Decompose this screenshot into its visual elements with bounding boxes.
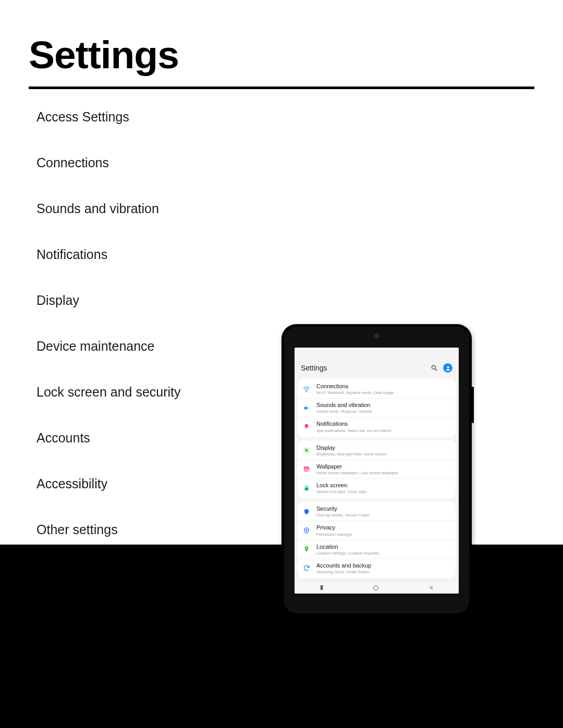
sun-icon	[302, 446, 311, 455]
nav-back-icon[interactable]: <	[430, 584, 433, 591]
toc-item-other[interactable]: Other settings	[36, 522, 181, 537]
toc-item-connections[interactable]: Connections	[36, 155, 181, 170]
row-accounts[interactable]: Accounts and backup Samsung Cloud, Smart…	[298, 559, 456, 577]
settings-app-title: Settings	[301, 354, 431, 372]
row-subtitle: Brightness, Blue light filter, Home scre…	[316, 452, 451, 456]
svg-line-12	[308, 448, 309, 449]
row-title: Display	[316, 445, 451, 451]
toc-item-accessibility[interactable]: Accessibility	[36, 476, 181, 491]
row-security[interactable]: Security Find My Mobile, Secure Folder	[298, 502, 456, 521]
row-connections[interactable]: Connections Wi-Fi, Bluetooth, Airplane m…	[298, 380, 456, 398]
row-title: Connections	[316, 383, 451, 390]
toc-item-access-settings[interactable]: Access Settings	[36, 109, 181, 125]
row-subtitle: Sound mode, Ringtone, Volume	[316, 409, 451, 414]
table-of-contents: Access Settings Connections Sounds and v…	[36, 109, 181, 568]
page-title: Settings	[29, 32, 179, 77]
settings-group-3: Security Find My Mobile, Secure Folder P…	[298, 501, 456, 578]
row-title: Security	[316, 505, 451, 512]
row-wallpaper[interactable]: Wallpaper Home screen wallpaper, Lock sc…	[298, 460, 456, 478]
row-subtitle: Home screen wallpaper, Lock screen wallp…	[316, 471, 451, 475]
svg-point-17	[306, 548, 307, 549]
title-divider	[29, 87, 534, 89]
settings-list[interactable]: Connections Wi-Fi, Bluetooth, Airplane m…	[295, 379, 459, 584]
search-icon[interactable]	[431, 364, 438, 372]
bell-icon	[302, 422, 311, 431]
row-privacy[interactable]: Privacy Permission manager	[298, 521, 456, 539]
toc-item-notifications[interactable]: Notifications	[36, 247, 181, 262]
row-title: Notifications	[316, 421, 451, 427]
toc-item-display[interactable]: Display	[36, 293, 181, 308]
tablet-device: Settings	[282, 324, 472, 616]
row-title: Privacy	[316, 524, 451, 531]
toc-item-device-maint[interactable]: Device maintenance	[36, 339, 181, 354]
settings-group-2: Display Brightness, Blue light filter, H…	[298, 440, 456, 499]
location-pin-icon	[302, 545, 311, 554]
settings-app-header: Settings	[295, 348, 459, 379]
row-subtitle: Screen lock type, Clock style	[316, 489, 451, 494]
row-title: Wallpaper	[316, 463, 451, 470]
row-title: Location	[316, 544, 451, 550]
svg-point-4	[305, 449, 308, 452]
settings-header-actions	[431, 354, 452, 373]
svg-point-16	[306, 529, 307, 530]
tablet-bezel: Settings	[284, 327, 469, 613]
svg-point-0	[432, 365, 435, 369]
page: Settings Access Settings Connections Sou…	[0, 0, 563, 728]
svg-line-9	[304, 448, 305, 449]
image-icon	[302, 464, 311, 474]
sync-icon	[302, 563, 311, 573]
svg-point-3	[306, 391, 307, 392]
svg-line-1	[435, 369, 437, 371]
row-lockscreen[interactable]: Lock screen Screen lock type, Clock styl…	[298, 478, 456, 497]
lock-icon	[302, 484, 311, 493]
row-notifications[interactable]: Notifications App notifications, Status …	[298, 417, 456, 436]
profile-avatar-icon[interactable]	[443, 363, 452, 373]
row-location[interactable]: Location Location settings, Location req…	[298, 540, 456, 559]
wifi-icon	[302, 385, 311, 394]
row-subtitle: App notifications, Status bar, Do not di…	[316, 428, 451, 433]
shield-icon	[302, 507, 311, 516]
svg-line-10	[308, 452, 309, 452]
tablet-side-button	[472, 387, 474, 423]
row-subtitle: Location settings, Location requests	[316, 551, 451, 556]
tablet-screen: Settings	[295, 348, 459, 594]
row-subtitle: Wi-Fi, Bluetooth, Airplane mode, Data us…	[316, 390, 451, 395]
svg-point-2	[447, 366, 449, 368]
row-title: Lock screen	[316, 482, 451, 489]
row-subtitle: Find My Mobile, Secure Folder	[316, 513, 451, 517]
front-camera	[375, 334, 378, 338]
privacy-icon	[302, 526, 311, 535]
speaker-icon	[302, 403, 311, 413]
settings-group-1: Connections Wi-Fi, Bluetooth, Airplane m…	[298, 379, 456, 437]
svg-rect-15	[305, 487, 309, 490]
row-subtitle: Samsung Cloud, Smart Switch	[316, 570, 451, 574]
row-title: Accounts and backup	[316, 562, 451, 569]
svg-line-11	[304, 452, 305, 452]
toc-item-sounds[interactable]: Sounds and vibration	[36, 201, 181, 216]
toc-item-accounts[interactable]: Accounts	[36, 430, 181, 446]
toc-item-lock-security[interactable]: Lock screen and security	[36, 385, 181, 400]
row-subtitle: Permission manager	[316, 532, 451, 537]
nav-home-icon[interactable]	[373, 585, 378, 590]
row-sounds[interactable]: Sounds and vibration Sound mode, Rington…	[298, 398, 456, 417]
row-display[interactable]: Display Brightness, Blue light filter, H…	[298, 441, 456, 460]
nav-recent-icon[interactable]: III	[320, 584, 322, 591]
row-title: Sounds and vibration	[316, 402, 451, 409]
android-navbar: III <	[295, 581, 459, 594]
